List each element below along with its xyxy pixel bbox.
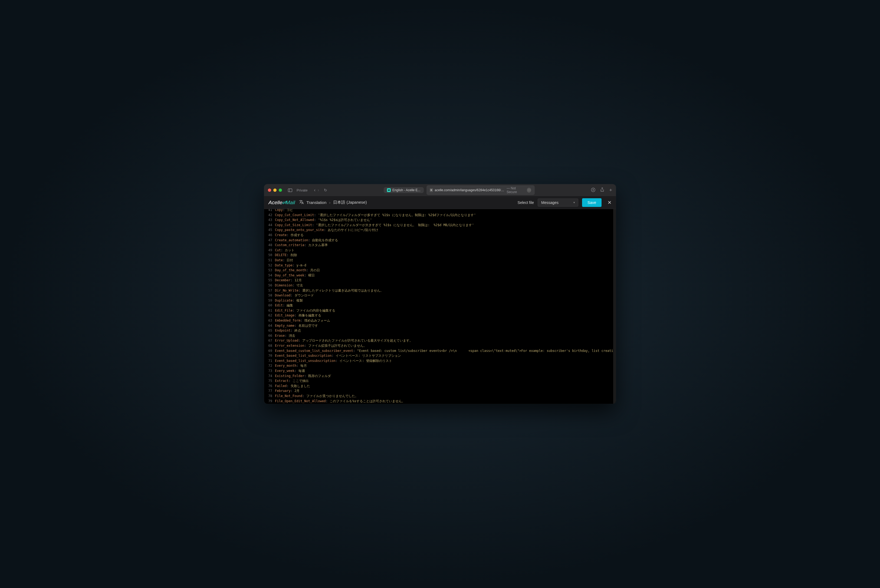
traffic-lights <box>268 189 282 192</box>
code-line[interactable]: 68Error_extension: ファイル拡張子は許可されていません。 <box>264 343 616 348</box>
download-icon[interactable] <box>591 188 595 193</box>
tab-1[interactable]: M English - Acelle E... <box>384 187 423 193</box>
code-line[interactable]: 42Copy_Cut_Count_Limit: '選択したファイル/フォルダーが… <box>264 213 616 218</box>
maximize-window-button[interactable] <box>279 189 282 192</box>
code-line[interactable]: 58Download: ダウンロード <box>264 293 616 298</box>
code-line[interactable]: 72Every_month: 毎月 <box>264 363 616 368</box>
code-line[interactable]: 65Endpoint: 終点 <box>264 328 616 333</box>
code-line[interactable]: 46Create: 作成する <box>264 232 616 238</box>
code-line[interactable]: 52Date_type: y-m-d <box>264 263 616 268</box>
line-content: Edit_File: ファイルの内容を編集する <box>275 308 616 313</box>
line-content: Empty_name: 名前は空です <box>275 323 616 328</box>
sidebar-toggle-icon[interactable] <box>288 189 292 192</box>
line-number: 59 <box>264 298 275 303</box>
code-line[interactable]: 77February: 2月 <box>264 388 616 393</box>
reload-button[interactable]: ↻ <box>324 188 327 192</box>
code-line[interactable]: 60Edit: 編集 <box>264 303 616 308</box>
code-line[interactable]: 43Copy_Cut_Not_Allowed: '%1$s %2$sは許可されて… <box>264 218 616 223</box>
app-header: Acelle⇌Mail Translation › 日本語 (Japanese)… <box>264 196 616 209</box>
line-number: 46 <box>264 232 275 238</box>
code-line[interactable]: 61Edit_File: ファイルの内容を編集する <box>264 308 616 313</box>
code-line[interactable]: 53Day_of_the_month: 月の日 <box>264 268 616 273</box>
private-label: Private <box>297 188 308 192</box>
line-number: 70 <box>264 353 275 358</box>
back-button[interactable]: ‹ <box>314 188 315 193</box>
line-content: Day_of_the_month: 月の日 <box>275 268 616 273</box>
forward-button[interactable]: › <box>318 188 319 193</box>
line-number: 58 <box>264 293 275 298</box>
line-number: 71 <box>264 358 275 363</box>
code-line[interactable]: 69Event_based_custom_list_subscriber_eve… <box>264 348 616 354</box>
share-icon[interactable] <box>600 188 604 193</box>
line-content: Event_based_list_subscription: イベントベース: … <box>275 353 616 358</box>
line-content: Embedded_form: 埋め込みフォーム <box>275 318 616 323</box>
minimize-window-button[interactable] <box>273 189 276 192</box>
line-number: 80 <box>264 404 275 404</box>
line-content: Failed: 失敗しました <box>275 384 616 388</box>
code-line[interactable]: 78File_Not_Found: ファイルが見つかりませんでした。 <box>264 393 616 399</box>
code-line[interactable]: 47Create_automation: 自動化を作成する <box>264 238 616 243</box>
code-line[interactable]: 73Every_week: 毎週 <box>264 368 616 374</box>
close-panel-button[interactable]: ✕ <box>608 200 611 206</box>
chevron-right-icon: › <box>329 200 330 205</box>
crumb-translation[interactable]: Translation <box>306 200 327 205</box>
code-line[interactable]: 41Copy: コピ <box>264 209 616 213</box>
browser-window: Private ‹ › ↻ M English - Acelle E... ✕ … <box>264 184 616 404</box>
line-number: 69 <box>264 348 275 354</box>
file-select-dropdown[interactable]: Messages <box>538 198 578 207</box>
line-content: Download: ダウンロード <box>275 293 616 298</box>
code-line[interactable]: 66Erase: 消去 <box>264 333 616 338</box>
close-window-button[interactable] <box>268 189 271 192</box>
line-number: 78 <box>264 393 275 399</box>
line-content: File_Open_Edit_Not_Allowed: このファイルを%sするこ… <box>275 399 616 404</box>
nav-arrows: ‹ › <box>314 188 319 193</box>
tabs-area: M English - Acelle E... ✕ acelle.com/adm… <box>330 185 588 195</box>
code-line[interactable]: 76Failed: 失敗しました <box>264 384 616 388</box>
code-line[interactable]: 51Date: 日付 <box>264 258 616 263</box>
code-line[interactable]: 63Embedded_form: 埋め込みフォーム <box>264 318 616 323</box>
code-editor[interactable]: 41Copy: コピ42Copy_Cut_Count_Limit: '選択したフ… <box>264 209 616 404</box>
code-line[interactable]: 59Duplicate: 複製 <box>264 298 616 303</box>
code-line[interactable]: 54Day_of_the_week: 曜日 <box>264 273 616 278</box>
line-content: Dimension: 寸法 <box>275 283 616 288</box>
code-line[interactable]: 80File_Permission: ファイルパーミッション <box>264 404 616 404</box>
line-number: 68 <box>264 343 275 348</box>
address-bar[interactable]: ✕ acelle.com/admin/languages/6284e1c4531… <box>426 185 535 195</box>
line-number: 56 <box>264 283 275 288</box>
code-line[interactable]: 75Extract: ここで抽出 <box>264 378 616 384</box>
line-number: 55 <box>264 278 275 283</box>
line-content: File_Permission: ファイルパーミッション <box>275 404 616 404</box>
line-content: Edit: 編集 <box>275 303 616 308</box>
line-content: Duplicate: 複製 <box>275 298 616 303</box>
more-icon[interactable]: ⋯ <box>527 188 531 193</box>
line-content: Edit_image: 画像を編集する <box>275 313 616 318</box>
code-line[interactable]: 70Event_based_list_subscription: イベントベース… <box>264 353 616 358</box>
new-tab-icon[interactable]: + <box>609 188 612 193</box>
code-line[interactable]: 71Event_based_list_unsubscription: イベントベ… <box>264 358 616 363</box>
app-logo[interactable]: Acelle⇌Mail <box>269 200 295 206</box>
code-line[interactable]: 48Custom_criteria: カスタム基準 <box>264 243 616 248</box>
code-line[interactable]: 64Empty_name: 名前は空です <box>264 323 616 328</box>
line-content: Create: 作成する <box>275 232 616 238</box>
line-number: 67 <box>264 338 275 343</box>
code-line[interactable]: 49Cut: カット <box>264 248 616 253</box>
line-content: Copy_Cut_Size_Limit: '選択したファイル/フォルダーが大きす… <box>275 223 616 228</box>
code-line[interactable]: 79File_Open_Edit_Not_Allowed: このファイルを%sす… <box>264 399 616 404</box>
save-button[interactable]: Save <box>582 198 602 207</box>
favicon-close-icon: ✕ <box>430 188 433 192</box>
line-content: Copy_paste_onto_your_site: あなたのサイトにコピー/貼… <box>275 228 616 232</box>
code-line[interactable]: 56Dimension: 寸法 <box>264 283 616 288</box>
line-number: 52 <box>264 263 275 268</box>
code-line[interactable]: 45Copy_paste_onto_your_site: あなたのサイトにコピー… <box>264 228 616 232</box>
line-content: Copy_Cut_Count_Limit: '選択したファイル/フォルダーが多す… <box>275 213 616 218</box>
code-line[interactable]: 74Existing_Folder: 既存のフォルダ <box>264 374 616 379</box>
code-line[interactable]: 62Edit_image: 画像を編集する <box>264 313 616 318</box>
code-line[interactable]: 57Dir_No_Write: 選択したディレクトリは書き込み可能ではありません… <box>264 288 616 293</box>
line-content: Erase: 消去 <box>275 333 616 338</box>
code-line[interactable]: 50DELETE: 削除 <box>264 253 616 258</box>
code-line[interactable]: 44Copy_Cut_Size_Limit: '選択したファイル/フォルダーが大… <box>264 223 616 228</box>
line-content: Every_week: 毎週 <box>275 368 616 374</box>
toolbar-right: + <box>591 188 612 193</box>
code-line[interactable]: 67Error_Upload: アップロードされたファイルが許可されている最大サ… <box>264 338 616 343</box>
code-line[interactable]: 55December: 12月 <box>264 278 616 283</box>
